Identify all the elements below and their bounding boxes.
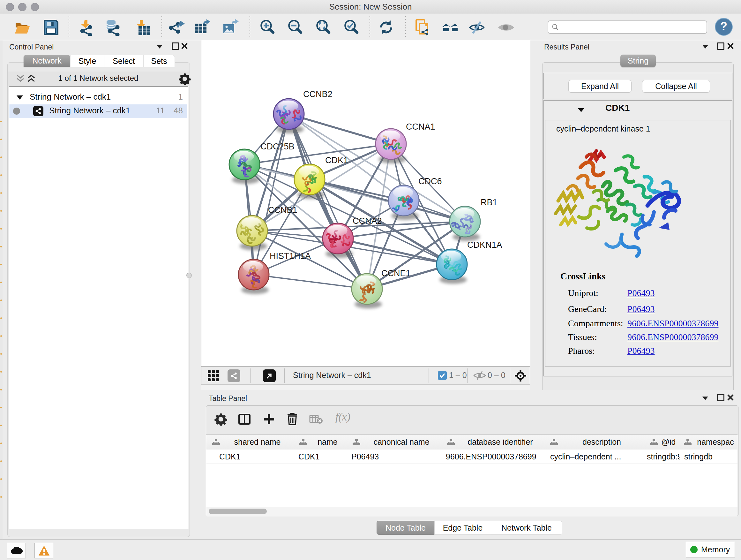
svg-text:RB1: RB1 xyxy=(481,198,497,207)
svg-text:CCNA1: CCNA1 xyxy=(406,122,435,132)
svg-text:CDC6: CDC6 xyxy=(418,177,442,186)
svg-text:CDC25B: CDC25B xyxy=(260,142,294,151)
svg-text:CDK1: CDK1 xyxy=(325,155,348,165)
svg-text:CCNA2: CCNA2 xyxy=(353,216,382,226)
svg-text:CDKN1A: CDKN1A xyxy=(467,240,502,250)
svg-text:CCNE1: CCNE1 xyxy=(381,268,411,278)
svg-text:CCNB2: CCNB2 xyxy=(303,89,333,99)
svg-text:HIST1H1A: HIST1H1A xyxy=(270,251,311,261)
svg-text:CCNB1: CCNB1 xyxy=(268,205,297,215)
